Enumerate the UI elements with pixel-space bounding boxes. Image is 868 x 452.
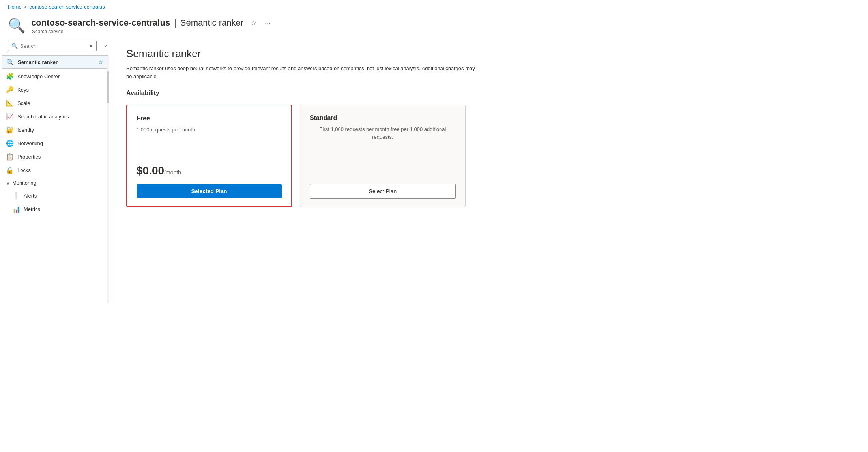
scrollbar-track[interactable] xyxy=(107,56,109,303)
plan-price-free: $0.00/month xyxy=(137,164,282,177)
sidebar-item-label: Networking xyxy=(17,140,104,146)
chevron-down-icon: ∨ xyxy=(6,180,10,186)
sidebar-item-identity[interactable]: 🔐 Identity xyxy=(0,123,110,136)
locks-icon: 🔒 xyxy=(6,166,13,174)
sidebar-item-label: Locks xyxy=(17,167,104,173)
sidebar-item-label: Properties xyxy=(17,154,104,160)
sidebar-item-label: Search traffic analytics xyxy=(17,114,104,120)
sidebar-item-keys[interactable]: 🔑 Keys xyxy=(0,83,110,96)
scale-icon: 📐 xyxy=(6,99,13,106)
analytics-icon: 📈 xyxy=(6,113,13,120)
content-area: Semantic ranker Semantic ranker uses dee… xyxy=(110,36,868,448)
sidebar-item-networking[interactable]: 🌐 Networking xyxy=(0,136,110,150)
favorite-star-icon[interactable]: ☆ xyxy=(98,59,103,65)
plan-name-free: Free xyxy=(137,115,282,122)
search-input[interactable] xyxy=(20,43,86,49)
content-description: Semantic ranker uses deep neural network… xyxy=(126,65,481,80)
more-actions-button[interactable]: ··· xyxy=(263,17,272,29)
sidebar-item-label: Knowledge Center xyxy=(17,73,104,79)
breadcrumb-service[interactable]: contoso-search-service-centralus xyxy=(29,4,105,10)
monitoring-section-header[interactable]: ∨ Monitoring xyxy=(0,177,110,189)
sidebar-item-label: Identity xyxy=(17,127,104,133)
plan-cards: Free 1,000 requests per month $0.00/mont… xyxy=(126,105,852,207)
sidebar-item-label: Metrics xyxy=(24,206,104,212)
plan-name-standard: Standard xyxy=(310,114,456,121)
sidebar-nav: 🔍 Semantic ranker ☆ 🧩 Knowledge Center 🔑… xyxy=(0,54,110,448)
metrics-icon: 📊 xyxy=(13,205,20,213)
plan-desc-free: 1,000 requests per month xyxy=(137,126,282,150)
identity-icon: 🔐 xyxy=(6,126,13,133)
sidebar-item-scale[interactable]: 📐 Scale xyxy=(0,96,110,110)
selected-plan-button[interactable]: Selected Plan xyxy=(137,184,282,198)
plan-card-free: Free 1,000 requests per month $0.00/mont… xyxy=(126,105,292,207)
scrollbar-thumb[interactable] xyxy=(107,71,109,103)
plan-desc-standard: First 1,000 requests per month free per … xyxy=(310,125,456,156)
page-header: 🔍 contoso-search-service-centralus | Sem… xyxy=(0,14,868,36)
search-icon: 🔍 xyxy=(11,43,18,49)
page-subtitle-text: Search service xyxy=(32,29,272,34)
page-title-service: contoso-search-service-centralus xyxy=(31,18,170,28)
sidebar: 🔍 ✕ « 🔍 Semantic ranker ☆ 🧩 Knowledge Ce… xyxy=(0,36,110,448)
sidebar-item-knowledge-center[interactable]: 🧩 Knowledge Center xyxy=(0,69,110,83)
price-amount-free: $0.00 xyxy=(137,164,164,177)
search-clear-button[interactable]: ✕ xyxy=(89,43,93,49)
sidebar-item-properties[interactable]: 📋 Properties xyxy=(0,150,110,163)
sidebar-item-label: Keys xyxy=(17,87,104,93)
service-icon: 🔍 xyxy=(8,17,26,34)
knowledge-center-icon: 🧩 xyxy=(6,73,13,80)
sidebar-item-search-traffic-analytics[interactable]: 📈 Search traffic analytics xyxy=(0,110,110,123)
sidebar-item-metrics[interactable]: 📊 Metrics xyxy=(0,202,110,216)
main-layout: 🔍 ✕ « 🔍 Semantic ranker ☆ 🧩 Knowledge Ce… xyxy=(0,36,868,448)
sidebar-item-semantic-ranker[interactable]: 🔍 Semantic ranker ☆ xyxy=(2,55,108,69)
monitoring-label: Monitoring xyxy=(12,180,36,186)
sidebar-item-label: Alerts xyxy=(24,193,104,199)
header-separator: | xyxy=(174,18,176,28)
select-plan-button[interactable]: Select Plan xyxy=(310,184,456,199)
semantic-ranker-icon: 🔍 xyxy=(7,58,14,65)
breadcrumb-separator: > xyxy=(24,4,27,10)
keys-icon: 🔑 xyxy=(6,86,13,93)
plan-card-standard: Standard First 1,000 requests per month … xyxy=(300,105,466,207)
sidebar-item-alerts[interactable]: ❕ Alerts xyxy=(0,189,110,202)
alerts-icon: ❕ xyxy=(13,192,20,199)
sidebar-item-locks[interactable]: 🔒 Locks xyxy=(0,163,110,177)
content-title: Semantic ranker xyxy=(126,48,852,60)
networking-icon: 🌐 xyxy=(6,140,13,147)
properties-icon: 📋 xyxy=(6,153,13,160)
sidebar-collapse-button[interactable]: « xyxy=(103,42,109,48)
page-title-feature: Semantic ranker xyxy=(180,18,243,28)
favorite-button[interactable]: ☆ xyxy=(249,17,258,29)
price-period-free: /month xyxy=(164,169,181,176)
sidebar-item-label: Scale xyxy=(17,100,104,106)
availability-heading: Availability xyxy=(126,90,852,97)
sidebar-item-label: Semantic ranker xyxy=(18,59,94,65)
breadcrumb-home[interactable]: Home xyxy=(8,4,22,10)
breadcrumb: Home > contoso-search-service-centralus xyxy=(0,0,868,14)
sidebar-search-box[interactable]: 🔍 ✕ xyxy=(8,41,97,51)
